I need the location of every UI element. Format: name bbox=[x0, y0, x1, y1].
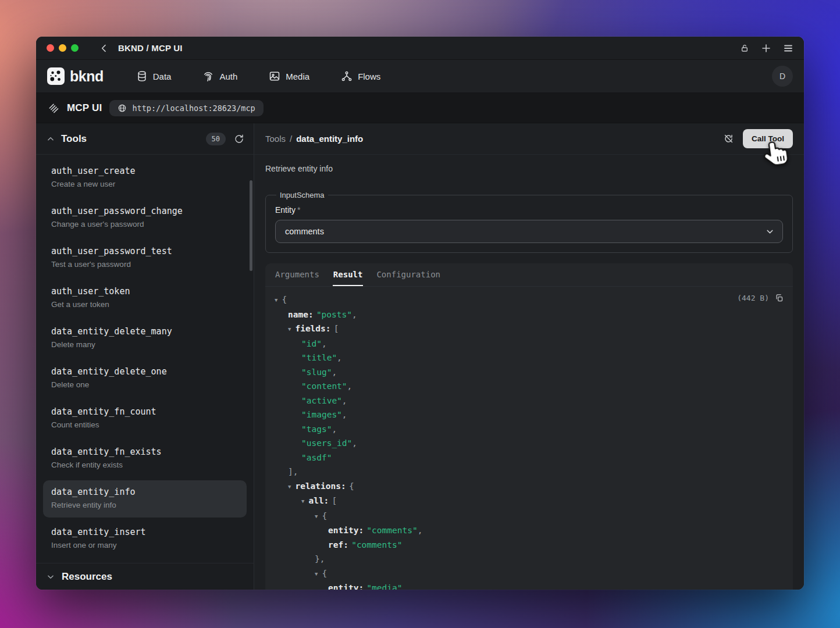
refresh-icon[interactable] bbox=[234, 134, 244, 144]
json-line: ], bbox=[275, 465, 784, 479]
breadcrumb-separator: / bbox=[290, 134, 292, 144]
tool-desc: Get a user token bbox=[51, 299, 239, 310]
back-chevron-icon[interactable] bbox=[99, 44, 109, 53]
breadcrumb-section[interactable]: Tools bbox=[265, 134, 286, 144]
tool-item-data_entity_info[interactable]: data_entity_info Retrieve entity info bbox=[43, 480, 247, 518]
tool-name: data_entity_delete_many bbox=[51, 326, 239, 338]
json-line: "id", bbox=[275, 337, 784, 351]
sidebar-scrollbar[interactable] bbox=[250, 180, 252, 271]
brand[interactable]: bknd bbox=[47, 67, 104, 85]
auto-call-disabled-icon[interactable] bbox=[723, 133, 734, 144]
new-tab-icon[interactable] bbox=[761, 43, 771, 53]
toggle-triangle-icon[interactable]: ▼ bbox=[288, 326, 291, 332]
json-line: ▼relations:{ bbox=[275, 479, 784, 494]
tools-section-header[interactable]: Tools 50 bbox=[36, 123, 254, 155]
tab-configuration[interactable]: Configuration bbox=[376, 263, 441, 286]
chevron-down-icon bbox=[765, 227, 775, 237]
nav-item-label: Data bbox=[153, 72, 172, 81]
entity-field-label: Entity* bbox=[275, 205, 783, 215]
entity-select-value: comments bbox=[285, 227, 324, 236]
tool-item-auth_user_token[interactable]: auth_user_token Get a user token bbox=[43, 280, 247, 317]
toggle-triangle-icon[interactable]: ▼ bbox=[315, 513, 318, 519]
json-line: ▼{ bbox=[275, 292, 784, 308]
mcp-icon bbox=[48, 102, 59, 114]
toggle-triangle-icon[interactable]: ▼ bbox=[301, 498, 304, 504]
toggle-triangle-icon[interactable]: ▼ bbox=[275, 297, 277, 303]
mcp-toolbar: MCP UI http://localhost:28623/mcp bbox=[36, 93, 804, 123]
tab-bar: Arguments Result Configuration bbox=[265, 263, 793, 287]
json-line: ▼{ bbox=[275, 509, 784, 524]
breadcrumb-current: data_entity_info bbox=[296, 134, 363, 144]
tool-name: auth_user_create bbox=[51, 165, 239, 177]
avatar[interactable]: D bbox=[772, 66, 793, 87]
tool-item-auth_user_password_test[interactable]: auth_user_password_test Test a user's pa… bbox=[43, 240, 247, 277]
json-line: entity:"media", bbox=[275, 581, 784, 590]
tool-item-auth_user_password_change[interactable]: auth_user_password_change Change a user'… bbox=[43, 199, 247, 237]
tool-item-data_entity_insert[interactable]: data_entity_insert Insert one or many bbox=[43, 520, 247, 558]
tool-name: data_entity_fn_exists bbox=[51, 446, 239, 458]
titlebar: BKND / MCP UI bbox=[36, 37, 804, 60]
tool-detail-panel: Tools / data_entity_info Call Tool Retri… bbox=[254, 123, 804, 590]
image-icon bbox=[269, 70, 280, 82]
tool-desc: Create a new user bbox=[51, 179, 239, 190]
toggle-triangle-icon[interactable]: ▼ bbox=[288, 484, 291, 490]
zoom-button[interactable] bbox=[71, 44, 79, 52]
input-schema-fieldset: InputSchema Entity* comments bbox=[265, 191, 793, 253]
json-line: "title", bbox=[275, 351, 784, 365]
resources-section-title: Resources bbox=[62, 571, 112, 583]
tool-name: auth_user_token bbox=[51, 286, 239, 298]
json-viewer: (442 B) ▼{ name:"posts", ▼fields:[ "id",… bbox=[265, 287, 793, 590]
result-panel: Arguments Result Configuration (442 B) ▼… bbox=[265, 263, 793, 590]
json-line: ▼{ bbox=[275, 566, 784, 581]
toggle-triangle-icon[interactable]: ▼ bbox=[315, 571, 318, 577]
nav-item-auth[interactable]: Auth bbox=[202, 70, 237, 82]
tools-section-title: Tools bbox=[61, 133, 87, 145]
entity-select[interactable]: comments bbox=[275, 220, 783, 243]
flows-icon bbox=[341, 70, 353, 82]
json-line: "tags", bbox=[275, 422, 784, 437]
breadcrumb: Tools / data_entity_info bbox=[265, 134, 363, 144]
json-line: "slug", bbox=[275, 365, 784, 380]
page-title: MCP UI bbox=[67, 102, 102, 114]
tool-item-data_entity_delete_many[interactable]: data_entity_delete_many Delete many bbox=[43, 320, 247, 357]
tool-name: data_entity_insert bbox=[51, 526, 239, 538]
tool-desc: Check if entity exists bbox=[51, 459, 239, 470]
tool-item-data_entity_delete_one[interactable]: data_entity_delete_one Delete one bbox=[43, 360, 247, 397]
tool-item-auth_user_create[interactable]: auth_user_create Create a new user bbox=[43, 159, 247, 197]
tools-sidebar: Tools 50 auth_user_create Create a new u… bbox=[36, 123, 254, 590]
tab-arguments[interactable]: Arguments bbox=[275, 263, 320, 286]
json-line: "content", bbox=[275, 379, 784, 394]
json-line: ▼fields:[ bbox=[275, 322, 784, 337]
required-mark: * bbox=[297, 205, 300, 215]
call-tool-button[interactable]: Call Tool bbox=[743, 129, 793, 148]
tool-name: auth_user_password_test bbox=[51, 245, 239, 258]
window-title: BKND / MCP UI bbox=[118, 43, 183, 53]
resources-section-header[interactable]: Resources bbox=[36, 563, 254, 590]
nav-item-label: Auth bbox=[219, 72, 237, 81]
database-icon bbox=[136, 70, 148, 82]
avatar-initial: D bbox=[780, 72, 785, 81]
json-line: ▼all:[ bbox=[275, 494, 784, 509]
nav-item-media[interactable]: Media bbox=[269, 70, 309, 82]
minimize-button[interactable] bbox=[59, 44, 66, 52]
tool-desc: Count entities bbox=[51, 419, 239, 430]
close-button[interactable] bbox=[47, 44, 54, 52]
nav-item-flows[interactable]: Flows bbox=[341, 70, 380, 82]
nav-item-label: Flows bbox=[358, 72, 380, 81]
tool-description: Retrieve entity info bbox=[265, 163, 793, 174]
copy-icon[interactable] bbox=[775, 294, 784, 302]
fingerprint-icon bbox=[202, 70, 214, 82]
tool-item-data_entity_fn_count[interactable]: data_entity_fn_count Count entities bbox=[43, 400, 247, 437]
tool-item-data_entity_fn_exists[interactable]: data_entity_fn_exists Check if entity ex… bbox=[43, 440, 247, 477]
server-url-pill[interactable]: http://localhost:28623/mcp bbox=[109, 100, 263, 116]
tool-desc: Insert one or many bbox=[51, 540, 239, 551]
json-line: entity:"comments", bbox=[275, 523, 784, 538]
nav-item-data[interactable]: Data bbox=[136, 70, 172, 82]
unlock-icon[interactable] bbox=[740, 44, 749, 53]
tool-desc: Change a user's password bbox=[51, 219, 239, 230]
menu-icon[interactable] bbox=[783, 43, 793, 53]
tool-name: data_entity_info bbox=[51, 486, 239, 498]
json-line: name:"posts", bbox=[275, 308, 784, 322]
tab-result[interactable]: Result bbox=[333, 263, 364, 286]
chevron-up-icon bbox=[47, 135, 55, 143]
